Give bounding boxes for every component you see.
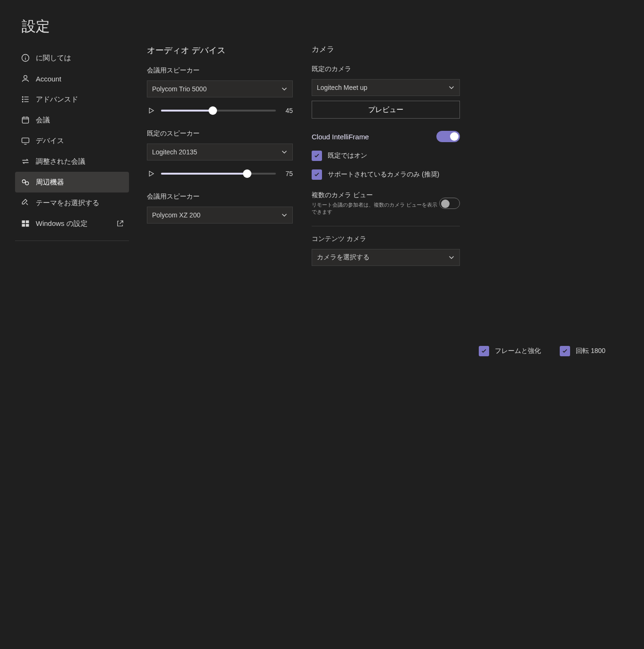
sidebar-item-label: デバイス [36, 136, 64, 145]
camera-column: カメラ 既定のカメラ Logitech Meet up プレビュー Cloud … [312, 45, 460, 649]
svg-point-9 [25, 182, 29, 185]
intelliframe-default-on-checkbox[interactable] [312, 151, 322, 161]
select-value: Polycom XZ 200 [152, 211, 201, 219]
sidebar-item-meetings[interactable]: 会議 [15, 110, 129, 130]
svg-rect-6 [22, 117, 28, 123]
select-value: Logitech Meet up [317, 84, 367, 91]
content-rotate-checkbox[interactable] [560, 346, 570, 356]
svg-point-3 [22, 96, 23, 97]
camera-divider [312, 226, 460, 226]
sidebar-item-coordinated[interactable]: 調整された会議 [15, 151, 129, 172]
chevrondown-icon [280, 85, 289, 93]
chevrondown-icon [447, 253, 456, 262]
sidebar-item-label: に関しては [36, 54, 71, 63]
speaker-volume-value: 45 [282, 107, 293, 114]
chevrondown-icon [447, 83, 456, 92]
svg-rect-10 [22, 220, 25, 223]
theme-icon [21, 198, 30, 208]
info-icon [21, 53, 30, 63]
sidebar-item-windows[interactable]: Windows の設定 [15, 213, 129, 234]
default-camera-label: 既定のカメラ [312, 65, 460, 73]
content-camera-label: コンテンツ カメラ [312, 235, 460, 243]
default-speaker-label: 既定のスピーカー [147, 129, 293, 138]
sidebar-item-label: Windows の設定 [36, 219, 88, 228]
speaker-select[interactable]: Polycom Trio 5000 [147, 80, 293, 97]
checkbox-label: フレームと強化 [495, 347, 541, 355]
svg-point-1 [25, 56, 25, 56]
camera-section-title: カメラ [312, 45, 460, 55]
intelliframe-label: Cloud IntelliFrame [312, 133, 369, 141]
default-speaker-select[interactable]: Logitech 20135 [147, 144, 293, 160]
audio-column: オーディオ デバイス 会議用スピーカー Polycom Trio 5000 45 [147, 45, 293, 649]
list-icon [21, 95, 30, 104]
svg-point-2 [24, 75, 27, 79]
external-link-icon [116, 219, 124, 228]
sidebar-item-theme[interactable]: テーマをお選択する [15, 192, 129, 213]
select-value: カメラを選択する [317, 253, 370, 262]
swap-icon [21, 157, 30, 166]
speaker2-label: 会議用スピーカー [147, 192, 293, 201]
audio-section-title: オーディオ デバイス [147, 45, 293, 56]
monitor-icon [21, 136, 30, 145]
sidebar-item-label: 調整された会議 [36, 157, 85, 166]
default-speaker-volume-slider[interactable] [161, 169, 276, 178]
checkbox-label: サポートされているカメラのみ (推奨) [328, 170, 439, 179]
content-frame-checkbox[interactable] [479, 346, 489, 356]
intelliframe-supported-checkbox[interactable] [312, 169, 322, 180]
svg-rect-7 [22, 138, 29, 143]
svg-rect-13 [26, 224, 29, 227]
sidebar-item-label: アドバンスド [36, 95, 78, 104]
sidebar-item-label: 会議 [36, 116, 50, 125]
default-camera-select[interactable]: Logitech Meet up [312, 79, 460, 96]
sidebar-item-label: 周辺機器 [36, 178, 64, 187]
play-icon[interactable] [147, 106, 155, 115]
intelliframe-toggle[interactable] [436, 131, 460, 142]
sidebar-item-label: Account [36, 75, 61, 83]
sidebar-item-account[interactable]: Account [15, 68, 129, 89]
svg-point-5 [22, 101, 23, 102]
calendar-icon [21, 115, 30, 125]
svg-rect-12 [22, 224, 25, 227]
speaker2-select[interactable]: Polycom XZ 200 [147, 207, 293, 224]
sidebar-item-label: テーマをお選択する [36, 199, 99, 208]
chevrondown-icon [280, 211, 289, 219]
svg-rect-11 [26, 220, 29, 223]
multiview-label: 複数のカメラ ビュー [312, 191, 439, 200]
content-camera-select[interactable]: カメラを選択する [312, 249, 460, 266]
windows-icon [21, 219, 30, 228]
page-title: 設定 [22, 17, 623, 36]
sidebar-item-device[interactable]: デバイス [15, 130, 129, 151]
checkbox-label: 既定ではオン [328, 152, 367, 160]
multiview-sublabel: リモート会議の参加者は、複数のカメラ ビューを表示できます [312, 201, 439, 216]
peripherals-icon [21, 177, 30, 187]
speaker-volume-slider[interactable] [161, 106, 276, 115]
select-value: Polycom Trio 5000 [152, 85, 207, 93]
speaker-label: 会議用スピーカー [147, 66, 293, 75]
svg-point-8 [22, 180, 25, 183]
sidebar-item-about[interactable]: に関しては [15, 48, 129, 68]
sidebar: に関しては Account アドバンスド 会議 デバイス 調整された会議 [15, 45, 129, 649]
chevrondown-icon [280, 148, 289, 156]
svg-point-4 [22, 99, 23, 100]
play-icon[interactable] [147, 169, 155, 178]
sidebar-divider [15, 240, 129, 241]
sidebar-item-peripherals[interactable]: 周辺機器 [15, 172, 129, 192]
checkbox-label: 回転 1800 [576, 347, 605, 355]
multiview-toggle[interactable] [439, 198, 460, 209]
sidebar-item-advanced[interactable]: アドバンスド [15, 89, 129, 110]
default-speaker-volume-value: 75 [282, 170, 293, 177]
select-value: Logitech 20135 [152, 148, 197, 156]
preview-button[interactable]: プレビュー [312, 101, 460, 119]
account-icon [21, 74, 30, 83]
